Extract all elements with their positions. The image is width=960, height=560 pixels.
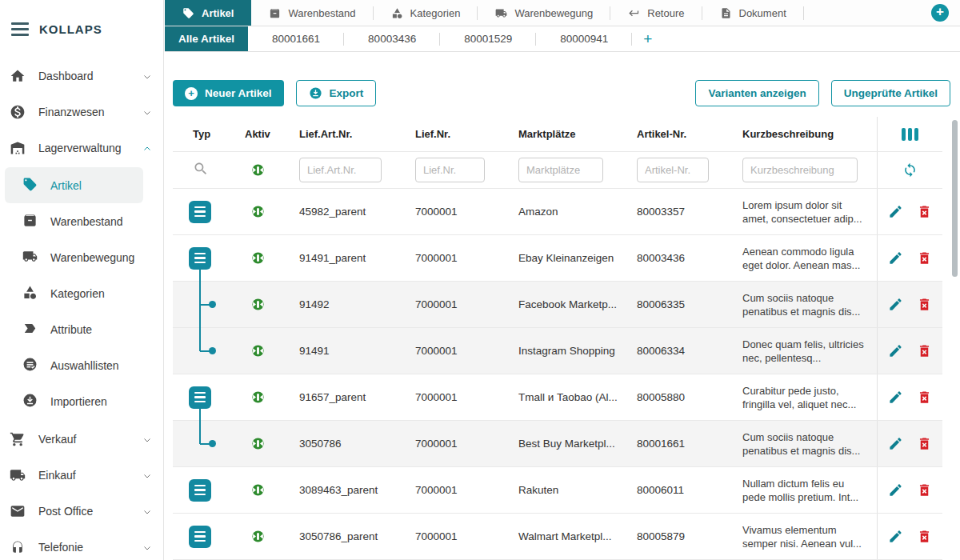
edit-icon[interactable] (888, 436, 903, 451)
active-filter-toggle[interactable] (230, 163, 285, 177)
sidebar-item-warenbestand[interactable]: Warenbestand (0, 203, 163, 239)
table-filter-row (173, 152, 942, 189)
table-row-child[interactable]: 91492 7000001 Facebook Marketp... 800063… (173, 282, 942, 328)
delete-icon[interactable] (917, 297, 932, 312)
parent-type-icon[interactable] (189, 526, 211, 548)
document-icon (720, 7, 732, 19)
parent-type-icon[interactable] (189, 247, 211, 270)
edit-icon[interactable] (888, 529, 903, 544)
delete-icon[interactable] (917, 390, 932, 405)
active-icon[interactable] (251, 205, 265, 218)
active-icon[interactable] (251, 298, 265, 311)
parent-type-icon[interactable] (189, 386, 211, 409)
filter-artikel-nr-input[interactable] (637, 158, 709, 182)
subtab-80001529[interactable]: 80001529 (440, 26, 536, 51)
active-icon[interactable] (251, 390, 265, 404)
active-icon[interactable] (251, 251, 265, 265)
search-icon[interactable] (173, 161, 230, 180)
subtab-80001661[interactable]: 80001661 (248, 26, 344, 51)
filter-lief-art-nr-input[interactable] (299, 158, 382, 182)
columns-icon[interactable] (902, 128, 918, 141)
parent-type-icon[interactable] (189, 479, 211, 502)
cell-lief-nr: 7000001 (401, 345, 504, 357)
cell-lief-nr: 7000001 (401, 391, 504, 403)
tab-artikel[interactable]: Artikel (165, 0, 251, 26)
article-tab-bar: Alle Artikel 80001661 80003436 80001529 … (165, 26, 960, 52)
show-variants-button[interactable]: Varianten anzeigen (695, 80, 818, 106)
edit-icon[interactable] (888, 390, 903, 405)
delete-icon[interactable] (917, 343, 932, 358)
sidebar-item-attribute[interactable]: Attribute (0, 311, 163, 347)
cell-artikel-nr: 80005880 (622, 391, 728, 403)
sidebar-item-auswahllisten[interactable]: Auswahllisten (0, 347, 163, 383)
cell-marktplatz: Tmall и Taobao (Al... (504, 391, 622, 403)
filter-marktplaetze-input[interactable] (518, 158, 603, 182)
sidebar-item-einkauf[interactable]: Einkauf (0, 457, 163, 493)
menu-icon[interactable] (11, 22, 29, 36)
export-button[interactable]: Export (296, 80, 377, 106)
active-icon[interactable] (251, 344, 265, 358)
active-icon[interactable] (251, 437, 265, 450)
unchecked-articles-button[interactable]: Ungeprüfte Artikel (831, 80, 950, 106)
table-row[interactable]: 91491_parent 7000001 Ebay Kleinanzeigen … (173, 235, 942, 282)
cell-lief-art-nr: 45982_parent (285, 206, 401, 218)
edit-icon[interactable] (888, 250, 903, 266)
table-row[interactable]: 45982_parent 7000001 Amazon 80003357 Lor… (173, 189, 942, 235)
active-icon[interactable] (251, 530, 265, 543)
subtab-alle-artikel[interactable]: Alle Artikel (165, 26, 248, 51)
sidebar-item-importieren[interactable]: Importieren (0, 383, 163, 419)
edit-icon[interactable] (888, 482, 903, 498)
chevron-down-icon (142, 107, 152, 117)
box-icon (22, 213, 38, 230)
sidebar-item-telefonie[interactable]: Telefonie (0, 529, 163, 560)
tab-warenbestand[interactable]: Warenbestand (251, 0, 373, 26)
sidebar-item-label: Telefonie (38, 541, 83, 554)
tab-label: Dokument (739, 7, 786, 19)
add-subtab-button[interactable]: + (632, 26, 663, 51)
sidebar-item-artikel[interactable]: Artikel (5, 167, 143, 203)
tab-warenbewegung[interactable]: Warenbewegung (478, 0, 610, 26)
tab-dokument[interactable]: Dokument (702, 0, 804, 26)
tag-icon (22, 177, 38, 194)
refresh-icon[interactable] (902, 162, 918, 178)
sidebar-item-verkauf[interactable]: Verkauf (0, 421, 163, 457)
sidebar-item-post-office[interactable]: Post Office (0, 493, 163, 529)
sidebar-item-kategorien[interactable]: Kategorien (0, 275, 163, 311)
new-article-button[interactable]: + Neuer Artikel (173, 80, 284, 106)
table-row-child[interactable]: 3050786 7000001 Best Buy Marketpl... 800… (173, 421, 942, 467)
delete-icon[interactable] (917, 482, 932, 498)
sidebar-item-lagerverwaltung[interactable]: Lagerverwaltung (0, 130, 163, 166)
cell-lief-nr: 7000001 (401, 530, 504, 542)
truck-icon (495, 7, 507, 19)
sidebar-item-dashboard[interactable]: Dashboard (0, 58, 163, 94)
truck-icon (22, 249, 38, 266)
table-row[interactable]: 3089463_parent 7000001 Rakuten 80006011 … (173, 467, 942, 514)
filter-kurzbeschreibung-input[interactable] (742, 158, 858, 182)
edit-icon[interactable] (888, 204, 903, 219)
scrollbar-thumb[interactable] (952, 120, 958, 277)
table-row[interactable]: 91657_parent 7000001 Tmall и Taobao (Al.… (173, 374, 942, 421)
sidebar-item-finanzwesen[interactable]: Finanzwesen (0, 94, 163, 130)
button-label: Neuer Artikel (205, 87, 272, 99)
delete-icon[interactable] (917, 204, 932, 219)
delete-icon[interactable] (917, 250, 932, 266)
parent-type-icon[interactable] (189, 201, 211, 223)
return-icon (628, 7, 640, 19)
filter-lief-nr-input[interactable] (415, 158, 485, 182)
table-row-child[interactable]: 91491 7000001 Instagram Shopping 8000633… (173, 328, 942, 374)
active-icon[interactable] (251, 483, 265, 497)
sidebar-item-label: Importieren (50, 395, 107, 408)
subtab-80003436[interactable]: 80003436 (344, 26, 440, 51)
headset-icon (10, 539, 26, 555)
subtab-80000941[interactable]: 80000941 (536, 26, 632, 51)
delete-icon[interactable] (917, 436, 932, 451)
tab-retoure[interactable]: Retoure (610, 0, 702, 26)
edit-icon[interactable] (888, 343, 903, 358)
tab-kategorien[interactable]: Kategorien (374, 0, 478, 26)
edit-icon[interactable] (888, 297, 903, 312)
delete-icon[interactable] (917, 529, 932, 544)
label-icon (22, 321, 38, 338)
add-tab-button[interactable]: + (931, 4, 949, 22)
table-row[interactable]: 3050786_parent 7000001 Walmart Marketpl.… (173, 514, 942, 560)
sidebar-item-warenbewegung[interactable]: Warenbewegung (0, 239, 163, 275)
